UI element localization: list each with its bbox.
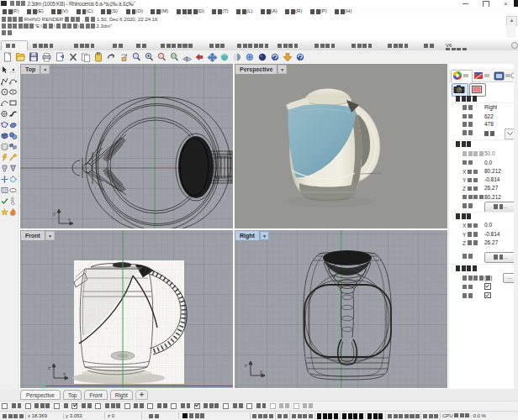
- svg-text:x: x: [68, 217, 71, 222]
- svg-text:z: z: [245, 363, 247, 368]
- svg-text:z: z: [48, 365, 50, 370]
- svg-text:y: y: [260, 369, 262, 374]
- svg-text:y: y: [53, 211, 56, 216]
- svg-text:x: x: [63, 371, 66, 376]
